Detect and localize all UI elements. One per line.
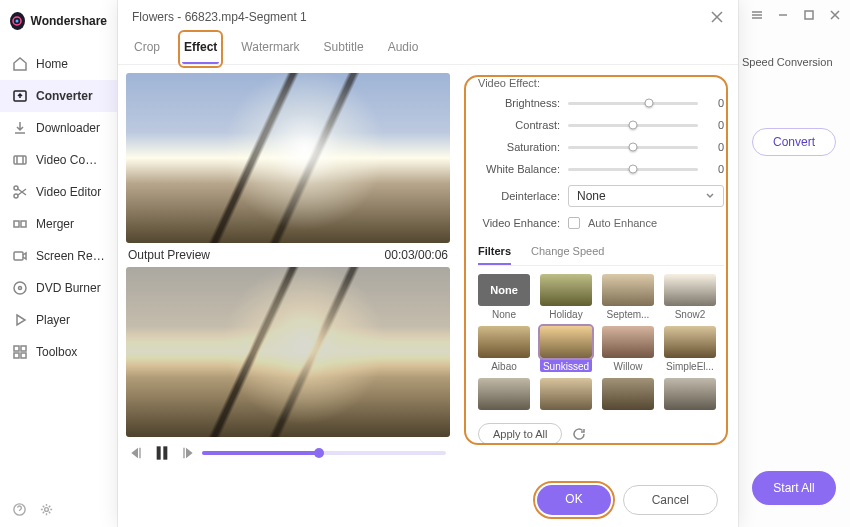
sidebar-item-recorder[interactable]: Screen Recorder xyxy=(0,240,117,272)
close-window-icon[interactable] xyxy=(828,8,842,22)
sidebar: Wondershare Home Converter Downloader Vi… xyxy=(0,0,118,527)
pause-button[interactable] xyxy=(154,445,170,461)
sidebar-item-editor[interactable]: Video Editor xyxy=(0,176,117,208)
filter-Holiday[interactable]: Holiday xyxy=(540,274,592,320)
svg-rect-3 xyxy=(14,156,26,164)
preview-column: Output Preview 00:03/00:06 xyxy=(118,73,458,469)
filter-item-11[interactable] xyxy=(664,378,716,413)
svg-rect-19 xyxy=(163,446,167,459)
tab-crop[interactable]: Crop xyxy=(132,34,162,64)
svg-rect-14 xyxy=(21,353,26,358)
speed-conversion-label[interactable]: Speed Conversion xyxy=(742,52,836,72)
svg-rect-6 xyxy=(14,221,19,227)
filter-item-10[interactable] xyxy=(602,378,654,413)
prev-frame-button[interactable] xyxy=(130,445,146,461)
apply-to-all-button[interactable]: Apply to All xyxy=(478,423,562,445)
convert-button[interactable]: Convert xyxy=(752,128,836,156)
seek-bar[interactable] xyxy=(202,451,446,455)
refresh-icon[interactable] xyxy=(572,427,586,441)
filter-Septem...[interactable]: Septem... xyxy=(602,274,654,320)
grid-icon xyxy=(12,344,28,360)
svg-point-5 xyxy=(14,194,18,198)
auto-enhance-checkbox[interactable] xyxy=(568,217,580,229)
deinterlace-select[interactable]: None xyxy=(568,185,724,207)
filter-label: Sunkissed xyxy=(540,358,592,372)
deinterlace-label: Deinterlace: xyxy=(478,190,560,202)
sidebar-item-label: DVD Burner xyxy=(36,281,101,295)
minimize-icon[interactable] xyxy=(776,8,790,22)
video-effect-label: Video Effect: xyxy=(478,77,724,89)
tab-audio[interactable]: Audio xyxy=(386,34,421,64)
download-icon xyxy=(12,120,28,136)
svg-rect-13 xyxy=(14,353,19,358)
menu-icon[interactable] xyxy=(750,8,764,22)
output-preview xyxy=(126,267,450,437)
ok-button[interactable]: OK xyxy=(537,485,610,515)
effect-column: Video Effect: Brightness:0Contrast:0Satu… xyxy=(458,73,738,469)
settings-icon[interactable] xyxy=(39,502,54,517)
dialog-title: Flowers - 66823.mp4-Segment 1 xyxy=(132,10,307,24)
slider-label: Brightness: xyxy=(478,97,560,109)
converter-icon xyxy=(12,88,28,104)
filter-Aibao[interactable]: Aibao xyxy=(478,326,530,372)
brand-logo-icon xyxy=(10,12,25,30)
sidebar-item-label: Toolbox xyxy=(36,345,77,359)
filter-label: Aibao xyxy=(478,358,530,372)
tab-effect[interactable]: Effect xyxy=(182,34,219,64)
filter-label: Willow xyxy=(602,358,654,372)
recorder-icon xyxy=(12,248,28,264)
sidebar-item-label: Video Compressor xyxy=(36,153,105,167)
svg-point-4 xyxy=(14,186,18,190)
filter-Snow2[interactable]: Snow2 xyxy=(664,274,716,320)
chevron-down-icon xyxy=(705,191,715,201)
maximize-icon[interactable] xyxy=(802,8,816,22)
sidebar-item-player[interactable]: Player xyxy=(0,304,117,336)
filter-Willow[interactable]: Willow xyxy=(602,326,654,372)
slider-label: White Balance: xyxy=(478,163,560,175)
filter-item-9[interactable] xyxy=(540,378,592,413)
filter-label: Septem... xyxy=(602,306,654,320)
slider-label: Contrast: xyxy=(478,119,560,131)
filter-label: Holiday xyxy=(540,306,592,320)
sidebar-item-label: Screen Recorder xyxy=(36,249,105,263)
sidebar-item-toolbox[interactable]: Toolbox xyxy=(0,336,117,368)
slider-label: Saturation: xyxy=(478,141,560,153)
subtab-filters[interactable]: Filters xyxy=(478,241,511,265)
sidebar-item-label: Player xyxy=(36,313,70,327)
home-icon xyxy=(12,56,28,72)
filter-label xyxy=(664,410,716,413)
slider-0[interactable] xyxy=(568,102,698,105)
sidebar-item-label: Home xyxy=(36,57,68,71)
scissors-icon xyxy=(12,184,28,200)
tab-watermark[interactable]: Watermark xyxy=(239,34,301,64)
sidebar-item-compressor[interactable]: Video Compressor xyxy=(0,144,117,176)
disc-icon xyxy=(12,280,28,296)
sidebar-item-home[interactable]: Home xyxy=(0,48,117,80)
sidebar-item-merger[interactable]: Merger xyxy=(0,208,117,240)
slider-3[interactable] xyxy=(568,168,698,171)
filter-SimpleEl...[interactable]: SimpleEl... xyxy=(664,326,716,372)
sidebar-item-dvd[interactable]: DVD Burner xyxy=(0,272,117,304)
slider-1[interactable] xyxy=(568,124,698,127)
sidebar-item-label: Merger xyxy=(36,217,74,231)
play-icon xyxy=(12,312,28,328)
slider-2[interactable] xyxy=(568,146,698,149)
sidebar-item-converter[interactable]: Converter xyxy=(0,80,117,112)
svg-point-10 xyxy=(19,287,22,290)
brand: Wondershare xyxy=(0,0,117,42)
video-enhance-label: Video Enhance: xyxy=(478,217,560,229)
nav: Home Converter Downloader Video Compress… xyxy=(0,42,117,492)
sidebar-item-downloader[interactable]: Downloader xyxy=(0,112,117,144)
filter-Sunkissed[interactable]: Sunkissed xyxy=(540,326,592,372)
subtab-change-speed[interactable]: Change Speed xyxy=(531,241,604,265)
svg-point-9 xyxy=(14,282,26,294)
start-all-button[interactable]: Start All xyxy=(752,471,836,505)
next-frame-button[interactable] xyxy=(178,445,194,461)
help-icon[interactable] xyxy=(12,502,27,517)
close-icon[interactable] xyxy=(710,10,724,24)
cancel-button[interactable]: Cancel xyxy=(623,485,718,515)
right-panel: Speed Conversion Convert Start All xyxy=(738,0,850,527)
filter-None[interactable]: NoneNone xyxy=(478,274,530,320)
tab-subtitle[interactable]: Subtitle xyxy=(322,34,366,64)
filter-item-8[interactable] xyxy=(478,378,530,413)
